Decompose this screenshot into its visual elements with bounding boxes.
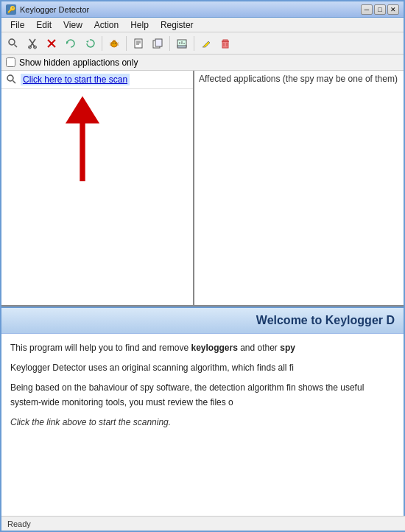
scan-link[interactable]: Click here to start the scan bbox=[21, 74, 130, 85]
welcome-title: Welcome to Keylogger D bbox=[256, 314, 395, 326]
svg-point-37 bbox=[7, 75, 13, 81]
svg-rect-32 bbox=[222, 41, 228, 48]
title-bar-text: Keylogger Detector bbox=[20, 5, 361, 14]
svg-point-11 bbox=[113, 42, 114, 43]
svg-point-0 bbox=[9, 39, 15, 45]
svg-point-10 bbox=[111, 41, 117, 47]
doc-tool-button[interactable] bbox=[130, 35, 147, 52]
status-text: Ready bbox=[7, 519, 31, 528]
left-pane: Click here to start the scan bbox=[1, 71, 194, 305]
para1-bold2: spy bbox=[280, 343, 295, 353]
welcome-para-3: Being based on the bahaviour of spy soft… bbox=[10, 381, 395, 409]
welcome-header: Welcome to Keylogger D bbox=[1, 308, 404, 334]
back-tool-button[interactable] bbox=[81, 35, 99, 52]
toolbar-separator-3 bbox=[169, 36, 170, 51]
svg-rect-25 bbox=[155, 39, 162, 46]
export-tool-button[interactable] bbox=[173, 35, 191, 52]
para1-bold1: keyloggers bbox=[191, 343, 237, 353]
checkbox-row: Show hidden appliactions only bbox=[1, 55, 404, 71]
menu-edit[interactable]: Edit bbox=[30, 18, 57, 32]
right-pane-header: Affected applications (the spy may be on… bbox=[199, 74, 398, 84]
menu-bar: File Edit View Action Help Register bbox=[1, 18, 404, 32]
cut-tool-button[interactable] bbox=[24, 35, 41, 52]
show-hidden-checkbox[interactable] bbox=[6, 57, 15, 67]
app-window: 🔑 Keylogger Detector ─ □ ✕ File Edit Vie… bbox=[0, 0, 405, 532]
main-split-area: Click here to start the scan Affected ap… bbox=[1, 71, 404, 307]
svg-line-18 bbox=[117, 43, 119, 43]
status-bar: Ready bbox=[1, 516, 405, 531]
search-tool-button[interactable] bbox=[4, 35, 22, 52]
show-hidden-label: Show hidden appliactions only bbox=[19, 57, 138, 68]
arrow-annotation bbox=[38, 93, 127, 181]
delete-tool-button[interactable] bbox=[216, 35, 234, 52]
svg-line-38 bbox=[13, 81, 16, 84]
arrow-svg bbox=[38, 93, 127, 181]
title-bar: 🔑 Keylogger Detector ─ □ ✕ bbox=[1, 1, 404, 18]
svg-rect-27 bbox=[177, 46, 186, 48]
menu-help[interactable]: Help bbox=[124, 18, 155, 32]
para1-mid: and other bbox=[238, 343, 280, 353]
pane-search-icon bbox=[6, 74, 18, 85]
stop-tool-button[interactable] bbox=[43, 35, 60, 52]
svg-rect-34 bbox=[223, 40, 228, 41]
svg-marker-40 bbox=[66, 97, 99, 124]
svg-marker-9 bbox=[86, 41, 89, 43]
welcome-area: Welcome to Keylogger D This program will… bbox=[1, 307, 404, 531]
pencil-tool-button[interactable] bbox=[197, 35, 215, 52]
close-button[interactable]: ✕ bbox=[387, 4, 399, 15]
toolbar bbox=[1, 32, 404, 55]
svg-line-1 bbox=[15, 44, 18, 47]
toolbar-separator-1 bbox=[102, 36, 102, 51]
welcome-para-1: This program will help you to find and r… bbox=[10, 341, 395, 355]
toolbar-separator-4 bbox=[194, 36, 194, 51]
app-icon: 🔑 bbox=[6, 4, 16, 15]
maximize-button[interactable]: □ bbox=[374, 4, 386, 15]
welcome-para-2: Keylogger Detector uses an original scan… bbox=[10, 361, 395, 375]
svg-rect-20 bbox=[135, 39, 142, 48]
svg-point-12 bbox=[115, 42, 116, 43]
copy-tool-button[interactable] bbox=[149, 35, 166, 52]
svg-line-16 bbox=[110, 43, 111, 43]
toolbar-separator-2 bbox=[126, 36, 127, 51]
welcome-para-4: Click the link above to start the scanni… bbox=[10, 416, 395, 430]
left-pane-header: Click here to start the scan bbox=[1, 71, 193, 89]
menu-register[interactable]: Register bbox=[155, 18, 200, 32]
menu-view[interactable]: View bbox=[57, 18, 88, 32]
title-bar-buttons: ─ □ ✕ bbox=[361, 4, 399, 15]
menu-action[interactable]: Action bbox=[88, 18, 124, 32]
menu-file[interactable]: File bbox=[4, 18, 30, 32]
bug-tool-button[interactable] bbox=[105, 35, 123, 52]
refresh-tool-button[interactable] bbox=[62, 35, 80, 52]
minimize-button[interactable]: ─ bbox=[361, 4, 373, 15]
right-pane: Affected applications (the spy may be on… bbox=[194, 71, 404, 305]
welcome-content: This program will help you to find and r… bbox=[1, 334, 404, 443]
para1-prefix: This program will help you to find and r… bbox=[10, 343, 191, 353]
